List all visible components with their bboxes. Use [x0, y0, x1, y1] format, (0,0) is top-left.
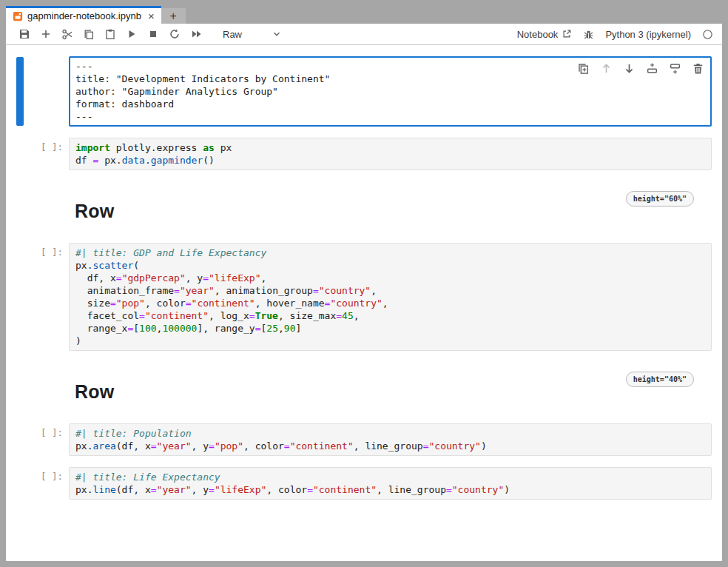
- paste-button[interactable]: [102, 25, 118, 43]
- cell-editor[interactable]: #| title: Populationpx.area(df, x="year"…: [69, 423, 712, 456]
- insert-below-button[interactable]: [668, 61, 681, 75]
- external-link-icon: [562, 29, 572, 39]
- kernel-name-label: Python 3 (ipykernel): [605, 29, 691, 40]
- duplicate-cell-icon: [577, 62, 590, 75]
- code-cell[interactable]: [ ]:#| title: Populationpx.area(df, x="y…: [69, 423, 712, 456]
- markdown-cell[interactable]: Rowheight="60%": [69, 191, 712, 225]
- cell-type-dropdown[interactable]: Raw: [220, 26, 285, 42]
- execution-prompt: [ ]:: [23, 141, 63, 152]
- code-line: px.scatter(: [75, 259, 705, 272]
- code-cell[interactable]: [ ]:import plotly.express as pxdf = px.d…: [69, 138, 712, 170]
- add-cell-button[interactable]: [38, 25, 54, 43]
- add-cell-icon: [40, 28, 52, 40]
- execution-prompt: [ ]:: [23, 427, 63, 438]
- markdown-heading: Row: [69, 372, 712, 403]
- insert-above-icon: [646, 62, 658, 75]
- chevron-down-icon: [272, 29, 282, 39]
- open-in-notebook-label: Notebook: [517, 29, 559, 40]
- kernel-switcher-button[interactable]: Python 3 (ipykernel): [605, 29, 691, 40]
- window-frame: gapminder-notebook.ipynb × + Raw Noteboo…: [0, 0, 728, 567]
- execution-prompt: [ ]:: [23, 471, 63, 482]
- tab-label: gapminder-notebook.ipynb: [27, 10, 141, 21]
- code-line: import plotly.express as px: [75, 141, 705, 154]
- move-up-button[interactable]: [599, 61, 613, 75]
- code-line: #| title: GDP and Life Expectancy: [75, 246, 705, 259]
- copy-button[interactable]: [81, 25, 97, 43]
- paste-icon: [104, 28, 116, 40]
- code-line: df, x="gdpPercap", y="lifeExp",: [75, 272, 705, 284]
- code-line: df = px.data.gapminder(): [75, 154, 705, 167]
- cell-toolbar: [576, 61, 704, 75]
- stop-icon: [147, 28, 159, 40]
- notebook-cell-area: ---title: "Development Indicators by Con…: [6, 45, 722, 561]
- code-line: ---: [75, 110, 705, 123]
- tab-close-icon[interactable]: ×: [148, 10, 155, 21]
- new-tab-plus-icon: +: [170, 10, 177, 23]
- delete-cell-icon: [692, 62, 704, 75]
- cell-editor[interactable]: #| title: Life Expectancypx.line(df, x="…: [69, 467, 712, 500]
- tab-gapminder-notebook[interactable]: gapminder-notebook.ipynb ×: [6, 6, 161, 24]
- code-line: facet_col="continent", log_x=True, size_…: [75, 309, 705, 322]
- cut-button[interactable]: [59, 25, 75, 43]
- move-down-button[interactable]: [622, 61, 636, 75]
- tab-bar: gapminder-notebook.ipynb × +: [6, 6, 722, 24]
- raw-cell[interactable]: ---title: "Development Indicators by Con…: [69, 56, 712, 127]
- cell-type-value: Raw: [223, 29, 242, 40]
- restart-button[interactable]: [166, 25, 183, 43]
- duplicate-cell-button[interactable]: [576, 61, 590, 75]
- kernel-status-icon[interactable]: [702, 29, 713, 40]
- stop-button[interactable]: [145, 25, 161, 43]
- code-line: #| title: Life Expectancy: [75, 471, 705, 483]
- new-tab-button[interactable]: +: [161, 8, 186, 24]
- layout-attribute-badge: height="60%": [626, 191, 694, 207]
- move-up-icon: [600, 62, 613, 75]
- code-line: size="pop", color="continent", hover_nam…: [75, 297, 705, 309]
- debugger-button[interactable]: [583, 29, 594, 40]
- run-button[interactable]: [124, 25, 140, 43]
- active-cell-collapser[interactable]: [16, 57, 24, 126]
- execution-prompt: [ ]:: [23, 246, 63, 258]
- notebook-toolbar: Raw Notebook Python 3: [6, 24, 722, 45]
- run-all-button[interactable]: [188, 25, 204, 43]
- insert-below-icon: [669, 62, 681, 75]
- code-line: range_x=[100,100000], range_y=[25,90]: [75, 322, 705, 335]
- code-line: animation_frame="year", animation_group=…: [75, 284, 705, 297]
- cut-icon: [61, 28, 74, 41]
- run-icon: [126, 28, 138, 40]
- save-icon: [18, 28, 30, 40]
- code-line: format: dashboard: [75, 98, 705, 110]
- move-down-icon: [623, 62, 636, 75]
- notebook-panel: Raw Notebook Python 3: [6, 24, 722, 561]
- run-all-icon: [190, 28, 203, 40]
- save-button[interactable]: [16, 25, 33, 43]
- markdown-cell[interactable]: Rowheight="40%": [69, 372, 712, 406]
- restart-icon: [169, 28, 181, 40]
- delete-cell-button[interactable]: [691, 61, 704, 75]
- notebook-file-icon: [13, 11, 23, 21]
- bug-icon: [583, 29, 594, 40]
- code-line: ): [75, 335, 705, 347]
- layout-attribute-badge: height="40%": [626, 372, 694, 387]
- insert-above-button[interactable]: [645, 61, 658, 75]
- open-in-notebook-button[interactable]: Notebook: [517, 29, 573, 40]
- markdown-heading: Row: [69, 191, 712, 222]
- cell-editor[interactable]: import plotly.express as pxdf = px.data.…: [69, 138, 712, 170]
- toolbar-left-group: [16, 25, 209, 43]
- code-cell[interactable]: [ ]:#| title: Life Expectancypx.line(df,…: [69, 467, 712, 500]
- code-line: #| title: Population: [75, 427, 705, 440]
- code-line: px.area(df, x="year", y="pop", color="co…: [75, 440, 705, 452]
- cell-editor[interactable]: #| title: GDP and Life Expectancypx.scat…: [69, 243, 712, 351]
- toolbar-right-group: Notebook Python 3 (ipykernel): [517, 29, 722, 40]
- code-cell[interactable]: [ ]:#| title: GDP and Life Expectancypx.…: [69, 243, 712, 351]
- copy-icon: [83, 28, 95, 40]
- code-line: px.line(df, x="year", y="lifeExp", color…: [75, 483, 705, 496]
- code-line: author: "Gapminder Analytics Group": [75, 85, 705, 98]
